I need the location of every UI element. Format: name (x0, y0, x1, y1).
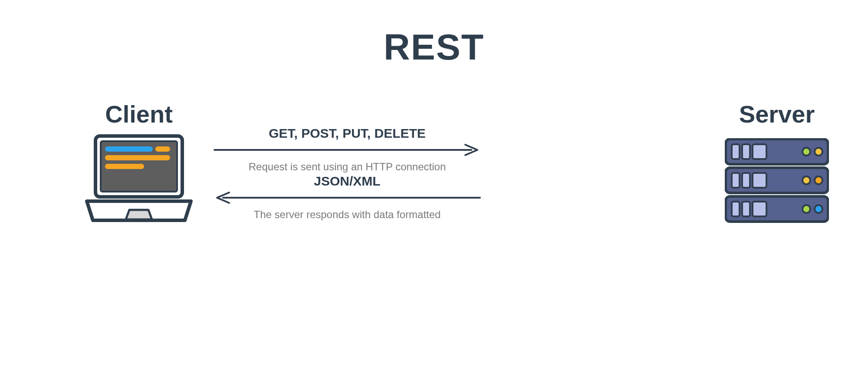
arrow-left-icon (213, 191, 482, 204)
svg-point-11 (815, 148, 822, 156)
svg-rect-15 (753, 173, 766, 188)
request-caption: Request is sent using an HTTP connection (213, 161, 482, 173)
request-arrow-group: GET, POST, PUT, DELETE Request is sent u… (213, 126, 482, 173)
response-format: JSON/XML (213, 174, 482, 189)
svg-point-16 (802, 176, 810, 184)
svg-point-17 (815, 176, 822, 184)
response-arrow-group: JSON/XML The server responds with data f… (213, 174, 482, 221)
svg-rect-18 (726, 196, 828, 222)
svg-rect-12 (726, 168, 828, 193)
client-label: Client (74, 100, 204, 128)
svg-rect-4 (105, 155, 170, 160)
svg-rect-6 (726, 139, 828, 164)
arrow-right-icon (213, 143, 482, 156)
svg-point-10 (802, 148, 810, 156)
svg-rect-20 (742, 202, 750, 216)
svg-rect-14 (742, 173, 750, 188)
svg-rect-19 (732, 202, 740, 216)
svg-rect-2 (105, 146, 153, 152)
request-methods: GET, POST, PUT, DELETE (213, 126, 482, 141)
svg-rect-3 (155, 146, 170, 152)
svg-rect-5 (105, 164, 144, 169)
svg-rect-9 (753, 144, 766, 159)
response-caption: The server responds with data formatted (213, 209, 482, 221)
svg-point-23 (815, 205, 822, 213)
diagram-stage: REST Client Server GET, POST, PUT, DELET… (0, 0, 868, 365)
server-icon (725, 138, 829, 225)
svg-point-22 (802, 205, 810, 213)
server-label: Server (712, 100, 842, 128)
laptop-icon (82, 133, 195, 228)
diagram-title: REST (0, 26, 868, 68)
svg-rect-13 (732, 173, 740, 188)
svg-rect-7 (732, 144, 740, 159)
svg-rect-8 (742, 144, 750, 159)
svg-rect-21 (753, 202, 766, 216)
